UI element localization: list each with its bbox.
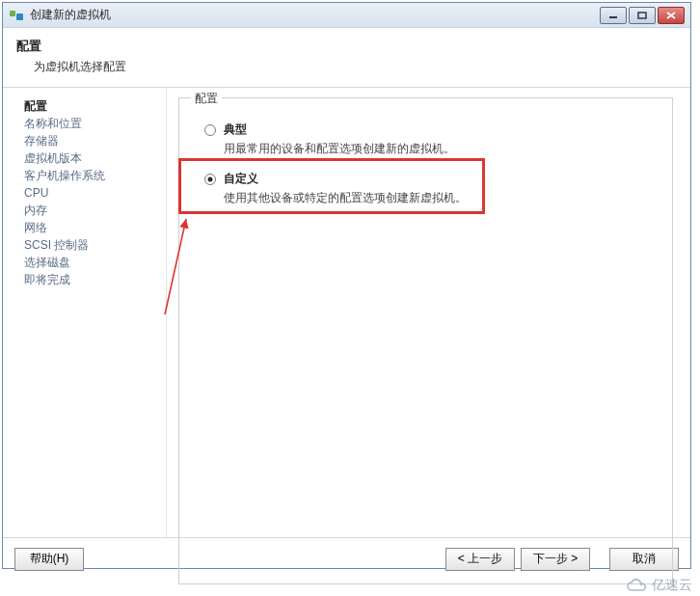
page-title: 配置: [16, 38, 677, 55]
app-icon: [9, 8, 24, 23]
step-configuration[interactable]: 配置: [24, 97, 160, 115]
window-controls: [600, 7, 685, 24]
svg-point-7: [640, 583, 643, 586]
radio-typical[interactable]: [204, 124, 216, 136]
cloud-icon: [625, 578, 648, 593]
step-ready-complete[interactable]: 即将完成: [24, 271, 160, 288]
watermark-text: 亿速云: [652, 577, 692, 594]
step-select-disk[interactable]: 选择磁盘: [24, 254, 160, 271]
step-storage[interactable]: 存储器: [24, 132, 160, 149]
maximize-button[interactable]: [629, 7, 656, 24]
titlebar: 创建新的虚拟机: [3, 3, 690, 28]
window-title: 创建新的虚拟机: [30, 7, 600, 23]
option-typical-label: 典型: [224, 122, 247, 138]
step-guest-os[interactable]: 客户机操作系统: [24, 167, 160, 184]
minimize-button[interactable]: [600, 7, 627, 24]
svg-rect-0: [10, 11, 15, 16]
option-typical[interactable]: 典型 用最常用的设备和配置选项创建新的虚拟机。: [204, 122, 657, 157]
page-subtitle: 为虚拟机选择配置: [34, 59, 677, 75]
help-button[interactable]: 帮助(H): [14, 548, 84, 571]
wizard-body: 配置 名称和位置 存储器 虚拟机版本 客户机操作系统 CPU 内存 网络 SCS…: [3, 88, 690, 537]
close-button[interactable]: [658, 7, 685, 24]
config-fieldset: 配置 典型 用最常用的设备和配置选项创建新的虚拟机。 自定义 使用其他设备或特定…: [178, 97, 673, 584]
svg-rect-3: [638, 13, 646, 18]
step-name-location[interactable]: 名称和位置: [24, 115, 160, 132]
radio-custom[interactable]: [204, 174, 216, 185]
step-vm-version[interactable]: 虚拟机版本: [24, 149, 160, 167]
option-custom-label: 自定义: [224, 171, 258, 187]
step-cpu[interactable]: CPU: [24, 184, 160, 202]
step-scsi-controller[interactable]: SCSI 控制器: [24, 236, 160, 254]
dialog-window: 创建新的虚拟机 配置 为虚拟机选择配置 配置 名称和位置 存储器 虚拟机版本 客…: [2, 2, 691, 569]
option-custom[interactable]: 自定义 使用其他设备或特定的配置选项创建新虚拟机。: [204, 171, 657, 206]
svg-rect-1: [16, 14, 23, 20]
step-network[interactable]: 网络: [24, 219, 160, 236]
wizard-header: 配置 为虚拟机选择配置: [3, 28, 690, 88]
wizard-steps: 配置 名称和位置 存储器 虚拟机版本 客户机操作系统 CPU 内存 网络 SCS…: [3, 88, 167, 537]
wizard-content: 配置 典型 用最常用的设备和配置选项创建新的虚拟机。 自定义 使用其他设备或特定…: [167, 88, 690, 537]
option-typical-desc: 用最常用的设备和配置选项创建新的虚拟机。: [224, 141, 657, 157]
watermark: 亿速云: [625, 577, 692, 594]
step-memory[interactable]: 内存: [24, 202, 160, 219]
fieldset-legend: 配置: [191, 91, 222, 107]
option-custom-desc: 使用其他设备或特定的配置选项创建新虚拟机。: [224, 190, 657, 206]
